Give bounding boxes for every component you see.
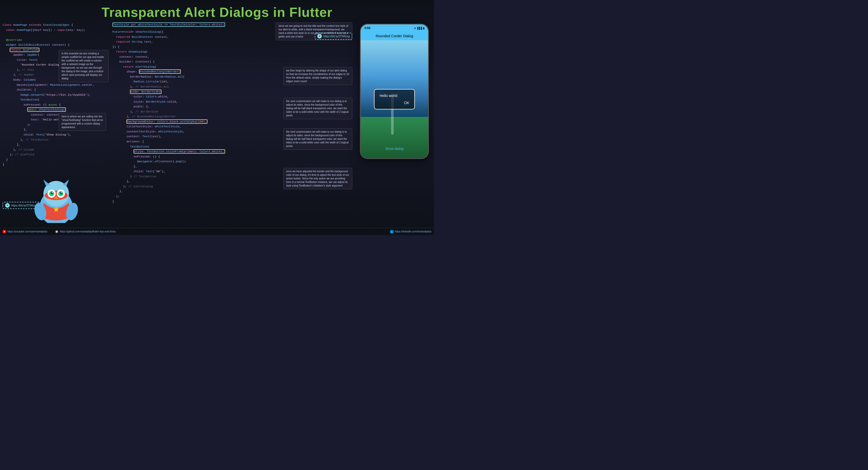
svg-point-20 <box>56 231 58 233</box>
phone-title: Rounded Corder Dialog <box>375 34 413 38</box>
url-icon-left: ✦ <box>5 203 10 208</box>
middle-annotation-2: we then begin by altering the shape of o… <box>283 67 352 85</box>
linkedin-icon: in <box>390 230 394 233</box>
main-content: class HomePage extends StatelessWidget {… <box>0 23 434 234</box>
phone-status-bar: 3:53 ▾ ▐▐▐ ▮ <box>361 25 428 32</box>
middle-annotation-5: once we have adjusted the border and the… <box>283 168 352 189</box>
phone-time: 3:53 <box>364 26 370 30</box>
svg-marker-13 <box>63 180 69 186</box>
phone-mockup: 3:53 ▾ ▐▐▐ ▮ Rounded Corder Dialog <box>360 24 429 159</box>
phone-status-icons: ▾ ▐▐▐ ▮ <box>414 27 425 30</box>
footer: https://youtube.com/user/vandadnp https:… <box>0 228 434 235</box>
left-annotation-1: in this example we are creating a simple… <box>59 50 108 82</box>
left-code-block: class HomePage extends StatelessWidget {… <box>3 23 110 167</box>
signal-icon: ▐▐▐ <box>416 27 422 30</box>
phone-dialog-text: Hello world <box>380 94 409 98</box>
svg-marker-12 <box>43 180 50 186</box>
youtube-icon <box>3 230 6 233</box>
footer-linkedin[interactable]: in https://linkedin.com/in/vandadnp <box>390 230 431 233</box>
wifi-icon: ▾ <box>414 27 415 30</box>
svg-point-8 <box>60 192 63 194</box>
middle-code-panel: TextStyle get whiteTextStyle => TextStyl… <box>113 23 355 234</box>
page-wrapper: Transparent Alert Dialogs in Flutter cla… <box>0 0 434 235</box>
middle-annotation-3: the next customization we will make to o… <box>283 98 352 119</box>
github-icon <box>55 230 59 233</box>
phone-title-bar: Rounded Corder Dialog <box>361 32 428 40</box>
battery-icon: ▮ <box>423 27 425 30</box>
url-icon-middle: ✦ <box>317 34 322 38</box>
right-panel: 3:53 ▾ ▐▐▐ ▮ Rounded Corder Dialog <box>358 23 431 234</box>
left-annotation-2: here is where we are calling into the "s… <box>59 113 106 131</box>
middle-annotation-4: the next customization we will make to o… <box>283 128 352 150</box>
phone-body: Hello world OK Show dialog <box>361 40 428 158</box>
svg-text:in: in <box>391 231 392 233</box>
phone-ok-button[interactable]: OK <box>380 101 409 105</box>
footer-youtube[interactable]: https://youtube.com/user/vandadnp <box>3 230 47 233</box>
footer-github[interactable]: https://github.com/vandadnp/flutter-tips… <box>55 230 116 233</box>
mascot <box>33 174 84 226</box>
svg-point-9 <box>52 192 53 193</box>
page-title: Transparent Alert Dialogs in Flutter <box>0 0 434 23</box>
phone-dialog: Hello world OK <box>374 89 415 109</box>
svg-point-7 <box>51 192 53 194</box>
url-badge-middle[interactable]: ✦ https://bit.ly/2T5Rsxg <box>315 33 352 40</box>
left-code-panel: class HomePage extends StatelessWidget {… <box>3 23 110 234</box>
phone-show-dialog-button[interactable]: Show dialog <box>385 147 404 150</box>
svg-marker-19 <box>4 231 5 232</box>
svg-point-10 <box>61 192 62 193</box>
